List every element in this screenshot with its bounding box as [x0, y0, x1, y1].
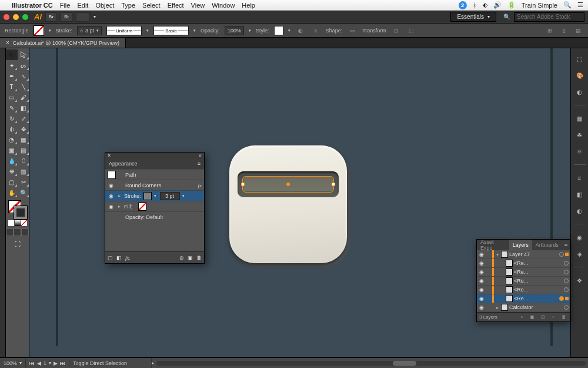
visibility-icon[interactable]: ◉ [478, 251, 485, 257]
minimize-window-icon[interactable] [13, 14, 19, 20]
visibility-icon[interactable]: ◉ [478, 260, 485, 266]
opacity-chevron-icon[interactable]: ▾ [249, 28, 251, 33]
layer-row[interactable]: ◉ ▾ Layer 47 [477, 250, 570, 259]
transparency-panel-icon[interactable]: ◐ [574, 205, 586, 217]
close-window-icon[interactable] [4, 14, 9, 20]
mesh-tool[interactable]: ▩ [6, 145, 18, 155]
layer-row[interactable]: ◉<Re... [477, 277, 570, 286]
shape-props-icon[interactable]: ▭ [347, 25, 358, 36]
target-icon[interactable] [564, 305, 569, 310]
libraries-icon[interactable]: ⬚ [574, 53, 586, 65]
first-icon[interactable]: ⏮ [29, 360, 35, 366]
disclosure-icon[interactable]: ▾ [495, 252, 500, 257]
edit-group-icon[interactable]: ⬚ [406, 25, 417, 36]
free-transform-tool[interactable]: ✥ [18, 124, 29, 134]
layer-name[interactable]: <Re... [514, 260, 563, 266]
locate-icon[interactable]: ⌖ [518, 314, 525, 321]
menu-type[interactable]: Type [121, 2, 135, 9]
arrange-chevron-icon[interactable]: ▾ [93, 14, 96, 19]
color-mode-solid[interactable] [8, 220, 14, 226]
disclosure-icon[interactable]: ▸ [495, 305, 500, 310]
dropbox-icon[interactable]: ⬖ [483, 1, 487, 9]
stroke-color-swatch[interactable] [143, 192, 152, 200]
draw-normal-icon[interactable] [6, 228, 14, 236]
h-scrollbar[interactable] [156, 361, 586, 366]
pen-tool[interactable]: ✒ [6, 71, 18, 81]
fill-color-swatch[interactable] [138, 203, 146, 211]
chevron-down-icon[interactable]: ▾ [154, 194, 156, 198]
visibility-icon[interactable]: ◉ [478, 269, 485, 275]
visibility-icon[interactable]: ◉ [478, 296, 485, 301]
fill-swatch[interactable] [34, 25, 44, 36]
fill-stroke-control[interactable] [8, 200, 27, 219]
status-menu-icon[interactable]: ▸ [152, 360, 154, 366]
perspective-tool[interactable]: ▦ [18, 134, 29, 145]
appearance-opacity-row[interactable]: Opacity: Default [105, 211, 204, 222]
graphic-styles-icon[interactable]: ◈ [574, 248, 586, 260]
center-point-icon[interactable] [286, 183, 290, 186]
color-guide-icon[interactable]: ◐ [574, 86, 586, 98]
disclosure-icon[interactable]: ▸ [117, 193, 122, 198]
draw-behind-icon[interactable] [14, 228, 21, 236]
volume-icon[interactable]: 🔊 [493, 1, 502, 9]
layer-row[interactable]: ◉<Re... [477, 259, 570, 268]
opacity-input[interactable]: 100% [225, 26, 244, 35]
layer-row[interactable]: ◉<Re... [477, 268, 570, 277]
layer-row[interactable]: ◉<Re... [477, 286, 570, 294]
brush-chevron-icon[interactable]: ▾ [146, 28, 149, 33]
bridge-button[interactable]: Br [45, 12, 57, 22]
target-icon[interactable] [559, 296, 564, 301]
type-tool[interactable]: T [6, 81, 18, 92]
target-icon[interactable] [564, 287, 569, 292]
tab-layers[interactable]: Layers [509, 240, 532, 250]
rotate-tool[interactable]: ↻ [6, 113, 18, 124]
appearance-effect-row[interactable]: ◉ Round Corners fx [105, 180, 204, 190]
graph-tool[interactable]: ▥ [18, 166, 29, 177]
disclosure-icon[interactable]: ▸ [117, 204, 122, 209]
new-layer-icon[interactable]: ▫ [550, 314, 557, 321]
eraser-tool[interactable]: ◧ [18, 102, 29, 113]
line-tool[interactable]: ╲ [18, 81, 29, 92]
swatches-icon[interactable]: ▦ [574, 112, 586, 124]
layer-row[interactable]: ◉<Re... [477, 294, 570, 303]
isolate-icon[interactable]: ⊡ [391, 25, 402, 36]
menu-edit[interactable]: Edit [77, 2, 88, 9]
search-input[interactable]: Search Adobe Stock [514, 12, 584, 22]
menu-select[interactable]: Select [142, 2, 161, 9]
zoom-tool[interactable]: 🔍 [18, 187, 29, 198]
eyedropper-tool[interactable]: 💧 [6, 155, 18, 166]
panel-menu-icon[interactable]: ≡ [562, 242, 570, 248]
blend-tool[interactable]: ⬯ [18, 155, 29, 166]
slice-tool[interactable]: ✂ [18, 177, 29, 187]
stroke-profile[interactable]: Basic [153, 26, 189, 35]
new-fill-icon[interactable]: ◧ [116, 255, 122, 261]
brushes-icon[interactable]: ☘ [574, 129, 586, 141]
magic-wand-tool[interactable]: ✦ [6, 60, 18, 71]
curvature-tool[interactable]: ∿ [18, 71, 29, 81]
appearance-stroke-row[interactable]: ◉ ▸ Stroke: ▾ 3 pt▾ [105, 190, 204, 201]
window-controls[interactable] [4, 14, 28, 20]
menu-view[interactable]: View [191, 2, 205, 9]
visibility-icon[interactable]: ◉ [108, 203, 115, 210]
layer-name[interactable]: Calculator [509, 304, 563, 310]
scale-tool[interactable]: ⤢ [18, 113, 29, 124]
color-mode-gradient[interactable] [15, 220, 21, 226]
menu-help[interactable]: Help [242, 2, 255, 9]
visibility-icon[interactable]: ◉ [478, 304, 485, 310]
bar-icon[interactable]: ▯ [559, 25, 569, 36]
menu-effect[interactable]: Effect [168, 2, 184, 9]
trash-icon[interactable]: 🗑 [196, 255, 202, 261]
document-tab[interactable]: × Calculator.ai* @ 100% (CMYK/GPU Previe… [0, 38, 126, 48]
stock-button[interactable]: St [61, 12, 72, 22]
stroke-panel-icon[interactable]: ≡ [574, 172, 586, 184]
visibility-icon[interactable]: ◉ [478, 278, 485, 284]
menu-window[interactable]: Window [212, 2, 235, 9]
stroke-weight-input[interactable]: ⟐3 pt▾ [77, 26, 102, 35]
close-tab-icon[interactable]: × [6, 39, 9, 46]
arrange-docs-button[interactable] [76, 12, 90, 22]
stroke-weight-field[interactable]: 3 pt [160, 192, 180, 200]
clear-icon[interactable]: ⊘ [179, 255, 184, 261]
gradient-tool[interactable]: ▤ [18, 145, 29, 155]
selected-rectangle[interactable] [242, 176, 334, 193]
layer-name[interactable]: <Re... [514, 269, 563, 275]
